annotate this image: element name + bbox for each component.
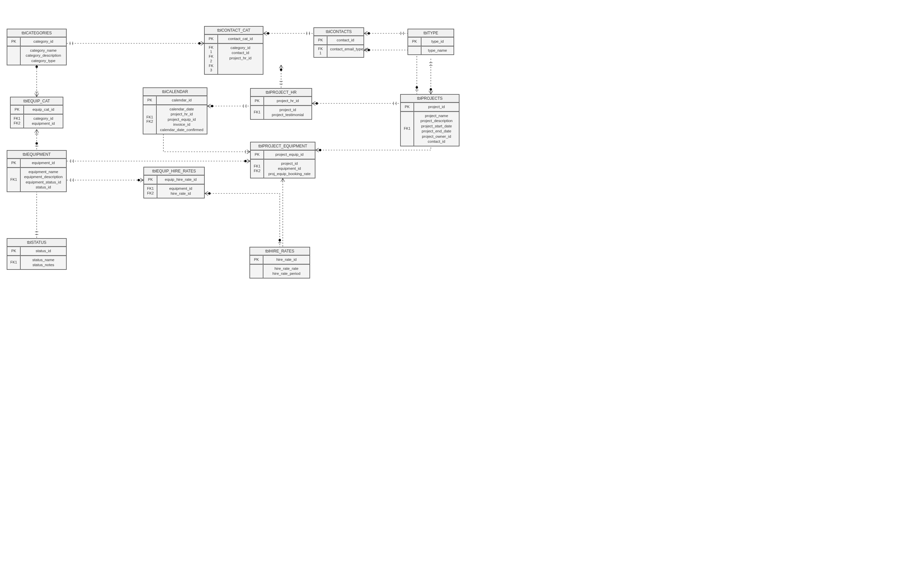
pk-label: PK — [314, 36, 327, 44]
attr-list: calendar_date project_hr_id project_equi… — [157, 105, 207, 134]
pk-label: PK — [11, 106, 24, 114]
attr-key: FK1 — [401, 112, 414, 146]
erd-canvas: tblCATEGORIES PK category_id category_na… — [0, 0, 467, 290]
attr-list: project_name project_description project… — [414, 112, 459, 146]
entity-title: tblPROJECTS — [401, 95, 459, 103]
attr-key — [408, 47, 422, 55]
pk-field: project_hr_id — [264, 97, 311, 105]
attr-list: category_id equipment_id — [24, 115, 63, 128]
attr-key — [7, 47, 21, 65]
entity-title: tblCONTACT_CAT — [205, 27, 263, 35]
pk-field: status_id — [21, 247, 66, 255]
entity-calendar: tblCALENDAR PK calendar_id FK1 FK2 calen… — [143, 88, 207, 135]
entity-equip-hire-rates: tblEQUIP_HIRE_RATES PK equip_hire_rate_i… — [143, 167, 205, 199]
attr-key: FK1 FK2 — [251, 160, 264, 178]
entity-title: tblEQUIP_HIRE_RATES — [144, 168, 204, 175]
pk-label: PK — [205, 35, 218, 43]
entity-title: tblTYPE — [408, 29, 453, 38]
attr-key: FK1 FK2 — [11, 115, 24, 128]
pk-field: project_id — [414, 103, 459, 111]
attr-key: FK1 FK2 — [144, 185, 157, 198]
pk-field: equip_hire_rate_id — [157, 176, 204, 184]
pk-field: hire_rate_id — [263, 256, 310, 264]
entity-equipment: tblEQUIPMENT PK equipment_id FK1 equipme… — [7, 150, 67, 192]
entity-title: tblPROJECT_EQUIPMENT — [251, 142, 315, 150]
pk-field: project_equip_id — [264, 151, 315, 159]
pk-label: PK — [144, 176, 157, 184]
entity-project-hr: tblPROJECT_HR PK project_hr_id FK1 proje… — [250, 88, 312, 120]
pk-label: PK — [7, 38, 21, 46]
entity-contacts: tblCONTACTS PK contact_id FK 1 contact_e… — [313, 27, 364, 58]
entity-contact-cat: tblCONTACT_CAT PK contact_cat_id FK 1 FK… — [204, 26, 263, 75]
entity-categories: tblCATEGORIES PK category_id category_na… — [7, 29, 67, 65]
pk-label: PK — [7, 159, 21, 167]
pk-label: PK — [7, 247, 21, 255]
attr-list: category_name category_description categ… — [21, 47, 66, 65]
pk-field: calendar_id — [157, 96, 207, 104]
entity-title: tblSTATUS — [7, 239, 66, 247]
entity-title: tblPROJECT_HR — [251, 89, 311, 97]
attr-key: FK 1 — [314, 45, 327, 57]
entity-projects: tblPROJECTS PK project_id FK1 project_na… — [400, 94, 460, 146]
entity-hire-rates: tblHIRE_RATES PK hire_rate_id hire_rate_… — [249, 247, 310, 279]
attr-key: FK1 — [251, 106, 264, 119]
entity-title: tblCATEGORIES — [7, 29, 66, 38]
pk-field: contact_cat_id — [218, 35, 263, 43]
pk-label: PK — [251, 97, 264, 105]
pk-label: PK — [143, 96, 157, 104]
entity-project-equipment: tblPROJECT_EQUIPMENT PK project_equip_id… — [250, 142, 316, 178]
pk-field: category_id — [21, 38, 66, 46]
attr-list: hire_rate_rate hire_rate_period — [263, 265, 310, 278]
entity-title: tblCONTACTS — [314, 28, 363, 36]
pk-label: PK — [251, 151, 264, 159]
pk-label: PK — [401, 103, 414, 111]
entity-title: tblEQUIP_CAT — [11, 97, 63, 105]
attr-key: FK1 — [7, 256, 21, 269]
attr-list: status_name status_notes — [21, 256, 66, 269]
entity-title: tblHIRE_RATES — [250, 247, 310, 255]
attr-list: project_id equipment_id proj_equip_booki… — [264, 160, 315, 178]
entity-equip-cat: tblEQUIP_CAT PK equip_cat_id FK1 FK2 cat… — [10, 97, 63, 128]
pk-field: contact_id — [327, 36, 363, 44]
pk-label: PK — [250, 256, 263, 264]
attr-key: FK1 FK2 — [143, 105, 157, 134]
attr-key: FK 1 FK 2 FK 3 — [205, 44, 218, 74]
entity-title: tblCALENDAR — [143, 88, 207, 96]
attr-list: equipment_name equipment_description equ… — [21, 168, 66, 191]
attr-list: category_id contact_id project_hr_id — [218, 44, 263, 74]
attr-list: equipment_id hire_rate_id — [157, 185, 204, 198]
attr-key: FK1 — [7, 168, 21, 191]
entity-status: tblSTATUS PK status_id FK1 status_name s… — [7, 238, 67, 270]
attr-list: project_id project_testimonial — [264, 106, 311, 119]
attr-key — [250, 265, 263, 278]
pk-field: equipment_id — [21, 159, 66, 167]
attr-list: type_name — [422, 47, 453, 55]
pk-label: PK — [408, 38, 422, 46]
attr-list: contact_email_type_id — [327, 45, 371, 57]
pk-field: type_id — [422, 38, 453, 46]
entity-type: tblTYPE PK type_id type_name — [408, 29, 454, 55]
pk-field: equip_cat_id — [24, 106, 63, 114]
entity-title: tblEQUIPMENT — [7, 151, 66, 159]
